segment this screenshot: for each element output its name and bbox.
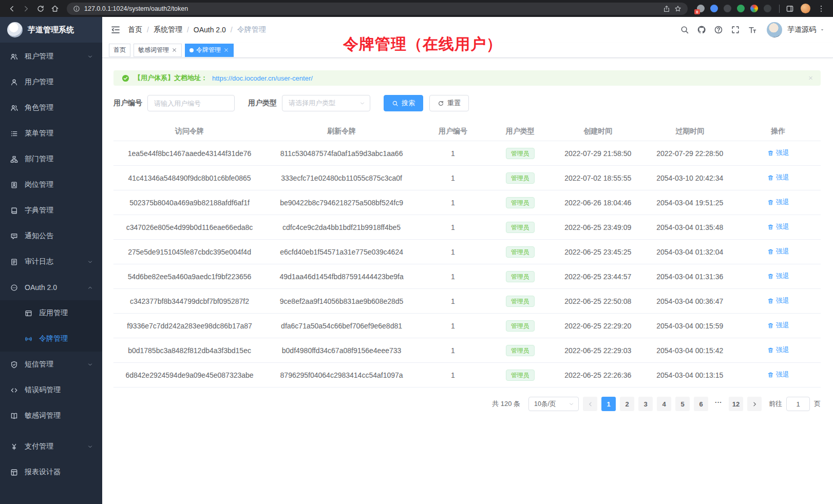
- user-avatar[interactable]: [767, 22, 782, 37]
- reset-button[interactable]: 重置: [429, 95, 469, 111]
- close-icon[interactable]: [223, 47, 229, 53]
- page-button[interactable]: 2: [620, 397, 634, 411]
- force-logout-button[interactable]: 强退: [767, 247, 789, 256]
- pagination-total: 共 120 条: [492, 399, 520, 409]
- breadcrumb-item[interactable]: 首页: [128, 25, 142, 34]
- sidebar-item[interactable]: 支付管理: [0, 434, 102, 459]
- force-logout-button[interactable]: 强退: [767, 296, 789, 305]
- page-button[interactable]: 5: [675, 397, 690, 411]
- pagination-ellipsis[interactable]: ...: [712, 397, 725, 411]
- expire-time-cell: 2054-03-04 00:15:42: [644, 346, 736, 355]
- font-size-icon[interactable]: [744, 20, 761, 40]
- breadcrumb: 首页/系统管理/OAuth 2.0/令牌管理: [128, 25, 266, 34]
- extension-pinwheel-icon[interactable]: [750, 5, 758, 12]
- sidebar-item[interactable]: 用户管理: [0, 69, 102, 95]
- force-logout-button[interactable]: 强退: [767, 370, 789, 379]
- created-time-cell: 2022-07-29 21:58:50: [552, 149, 644, 158]
- breadcrumb-item[interactable]: OAuth 2.0: [194, 26, 226, 34]
- breadcrumb-item[interactable]: 系统管理: [154, 25, 182, 34]
- force-logout-button[interactable]: 强退: [767, 321, 789, 330]
- user-id-input[interactable]: [147, 95, 235, 111]
- help-icon[interactable]: [710, 20, 727, 40]
- back-icon[interactable]: [5, 2, 18, 15]
- user-type-badge: 管理员: [506, 172, 535, 184]
- goto-page-input[interactable]: [786, 397, 810, 411]
- trash-icon: [767, 322, 774, 329]
- sidebar-item[interactable]: 令牌管理: [0, 326, 102, 352]
- sidebar-item[interactable]: OAuth 2.0: [0, 275, 102, 300]
- sidebar-item[interactable]: 通知公告: [0, 223, 102, 249]
- tab-item[interactable]: 首页: [109, 44, 130, 57]
- side-panel-icon[interactable]: [783, 2, 797, 15]
- search-button[interactable]: 搜索: [384, 95, 423, 111]
- table-row: 54d6be82ee5a460a9aedc1f9bf22365649d1aa46…: [113, 264, 821, 289]
- action-cell: 强退: [736, 345, 821, 355]
- home-icon[interactable]: [48, 2, 62, 15]
- user-id-cell: 1: [418, 371, 488, 379]
- trash-icon: [767, 372, 774, 378]
- user-type-cell: 管理员: [488, 370, 552, 381]
- bookmark-star-icon[interactable]: [674, 5, 681, 12]
- sidebar-item[interactable]: 敏感词管理: [0, 403, 102, 429]
- extension-dark-ring-icon[interactable]: [724, 5, 731, 12]
- sidebar-item[interactable]: 字典管理: [0, 198, 102, 223]
- force-logout-button[interactable]: 强退: [767, 148, 789, 158]
- sidebar-item[interactable]: 菜单管理: [0, 121, 102, 146]
- sidebar-item[interactable]: 错误码管理: [0, 377, 102, 403]
- sidebar-item[interactable]: 岗位管理: [0, 172, 102, 198]
- force-logout-button[interactable]: 强退: [767, 198, 789, 207]
- extension-gray-icon[interactable]: [764, 5, 771, 12]
- force-logout-button[interactable]: 强退: [767, 272, 789, 281]
- force-logout-button[interactable]: 强退: [767, 345, 789, 355]
- sidebar-item[interactable]: 报表设计器: [0, 459, 102, 485]
- alert-link[interactable]: https://doc.iocoder.cn/user-center/: [212, 74, 313, 82]
- browser-profile-avatar[interactable]: [801, 4, 810, 13]
- github-icon[interactable]: [693, 20, 710, 40]
- page-size-select[interactable]: 10条/页: [528, 397, 579, 411]
- created-time-cell: 2022-06-25 23:45:25: [552, 248, 644, 256]
- page-button[interactable]: 1: [601, 397, 616, 411]
- user-id-label: 用户编号: [113, 99, 142, 108]
- sidebar-item[interactable]: 短信管理: [0, 352, 102, 377]
- user-type-select[interactable]: 请选择用户类型: [282, 95, 370, 111]
- close-icon[interactable]: [172, 47, 177, 53]
- extension-blue-icon[interactable]: [710, 5, 718, 12]
- action-cell: 强退: [736, 198, 821, 207]
- trash-icon: [767, 248, 774, 255]
- site-info-icon[interactable]: [73, 5, 80, 12]
- browser-menu-icon[interactable]: [815, 2, 828, 15]
- page-button[interactable]: 12: [729, 397, 743, 411]
- sidebar-item[interactable]: 租户管理: [0, 44, 102, 69]
- fullscreen-icon[interactable]: [727, 20, 744, 40]
- sidebar-item[interactable]: 审计日志: [0, 249, 102, 275]
- force-logout-button[interactable]: 强退: [767, 173, 789, 182]
- prev-page-button[interactable]: [583, 397, 597, 411]
- tab-label: 敏感词管理: [138, 46, 169, 54]
- force-logout-button[interactable]: 强退: [767, 222, 789, 231]
- refresh-token-cell: 8796295f04064c2983414cc54af1097a: [266, 371, 418, 379]
- tab-label: 令牌管理: [196, 46, 221, 54]
- search-icon[interactable]: [676, 20, 693, 40]
- sidebar-menu: 租户管理用户管理角色管理菜单管理部门管理岗位管理字典管理通知公告审计日志OAut…: [0, 43, 102, 504]
- sidebar-toggle-icon[interactable]: [110, 25, 121, 35]
- user-type-badge: 管理员: [506, 296, 535, 307]
- sidebar-item[interactable]: 角色管理: [0, 95, 102, 121]
- page-button[interactable]: 6: [694, 397, 708, 411]
- tab-item[interactable]: 敏感词管理: [134, 44, 182, 57]
- alert-close-icon[interactable]: [808, 75, 813, 81]
- app-logo[interactable]: 芋道管理系统: [0, 17, 102, 43]
- extension-blocker-icon[interactable]: 0: [697, 5, 705, 12]
- extension-green-icon[interactable]: [737, 5, 745, 12]
- tab-item[interactable]: 令牌管理: [185, 44, 234, 57]
- page-button[interactable]: 3: [638, 397, 653, 411]
- reload-icon[interactable]: [34, 2, 47, 15]
- sidebar-item[interactable]: 应用管理: [0, 300, 102, 326]
- page-button[interactable]: 4: [657, 397, 671, 411]
- next-page-button[interactable]: [747, 397, 762, 411]
- user-name[interactable]: 芋道源码: [787, 25, 816, 34]
- forward-icon[interactable]: [20, 2, 33, 15]
- share-icon[interactable]: [663, 5, 670, 12]
- sidebar-item[interactable]: 部门管理: [0, 146, 102, 172]
- address-bar[interactable]: 127.0.0.1:1024/system/oauth2/token: [67, 3, 688, 15]
- caret-down-icon[interactable]: [820, 27, 825, 32]
